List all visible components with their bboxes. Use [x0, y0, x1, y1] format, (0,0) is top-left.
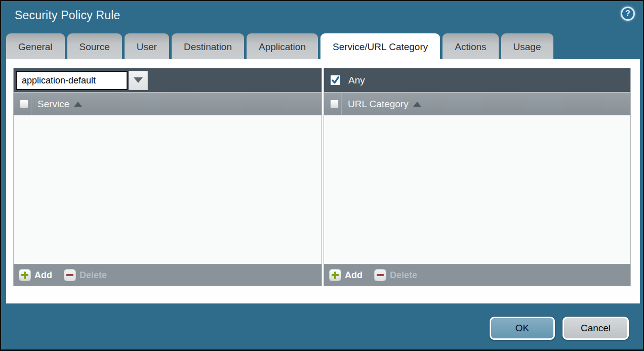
- tab-actions[interactable]: Actions: [442, 33, 498, 59]
- delete-url-category-label: Delete: [390, 270, 417, 281]
- tab-user[interactable]: User: [125, 33, 169, 59]
- url-category-panel: Any URL Category Add: [324, 68, 631, 286]
- add-service-label: Add: [34, 270, 52, 281]
- service-column-header-row: Service: [14, 92, 321, 115]
- tab-content: application-default Service Add: [6, 59, 640, 303]
- url-category-panel-footer: Add Delete: [324, 264, 630, 286]
- service-type-dropdown[interactable]: application-default: [16, 71, 148, 90]
- plus-icon: [330, 270, 341, 281]
- url-category-panel-header: Any: [324, 68, 630, 92]
- service-type-dropdown-button[interactable]: [129, 71, 148, 90]
- service-type-dropdown-value[interactable]: application-default: [16, 71, 128, 90]
- any-label: Any: [348, 75, 365, 86]
- tab-source[interactable]: Source: [67, 33, 122, 59]
- url-category-list: [324, 115, 630, 264]
- service-panel-footer: Add Delete: [14, 264, 321, 286]
- tab-application[interactable]: Application: [247, 33, 318, 59]
- service-panel-header: application-default: [14, 68, 321, 92]
- add-url-category-label: Add: [345, 270, 363, 281]
- service-list: [14, 115, 321, 264]
- select-all-services-checkbox[interactable]: [20, 100, 28, 108]
- column-divider: [341, 93, 342, 115]
- tab-general[interactable]: General: [6, 33, 65, 59]
- delete-service-button[interactable]: Delete: [64, 270, 107, 281]
- minus-icon: [64, 270, 75, 281]
- ok-button[interactable]: OK: [490, 317, 555, 340]
- select-all-url-categories-checkbox[interactable]: [330, 100, 339, 108]
- tab-service-url-category[interactable]: Service/URL Category: [320, 33, 440, 59]
- tab-usage[interactable]: Usage: [501, 33, 553, 59]
- sort-ascending-icon: [413, 102, 421, 107]
- help-icon[interactable]: ?: [621, 7, 635, 21]
- cancel-button[interactable]: Cancel: [562, 317, 629, 340]
- minus-icon: [375, 270, 386, 281]
- security-policy-rule-dialog: Security Policy Rule ? General Source Us…: [0, 0, 644, 351]
- any-checkbox[interactable]: [330, 75, 341, 85]
- url-category-column-header-row: URL Category: [324, 92, 630, 115]
- service-panel: application-default Service Add: [13, 68, 322, 286]
- delete-service-label: Delete: [79, 270, 107, 281]
- add-service-button[interactable]: Add: [19, 270, 52, 281]
- tab-destination[interactable]: Destination: [172, 33, 244, 59]
- add-url-category-button[interactable]: Add: [330, 270, 363, 281]
- delete-url-category-button[interactable]: Delete: [375, 270, 417, 281]
- url-category-column-header[interactable]: URL Category: [348, 99, 409, 110]
- page-title: Security Policy Rule: [15, 9, 120, 22]
- column-divider: [31, 93, 31, 115]
- chevron-down-icon: [134, 77, 143, 83]
- sort-ascending-icon: [74, 102, 82, 107]
- service-column-header[interactable]: Service: [37, 99, 69, 110]
- tab-bar: General Source User Destination Applicat…: [6, 33, 553, 59]
- plus-icon: [19, 270, 30, 281]
